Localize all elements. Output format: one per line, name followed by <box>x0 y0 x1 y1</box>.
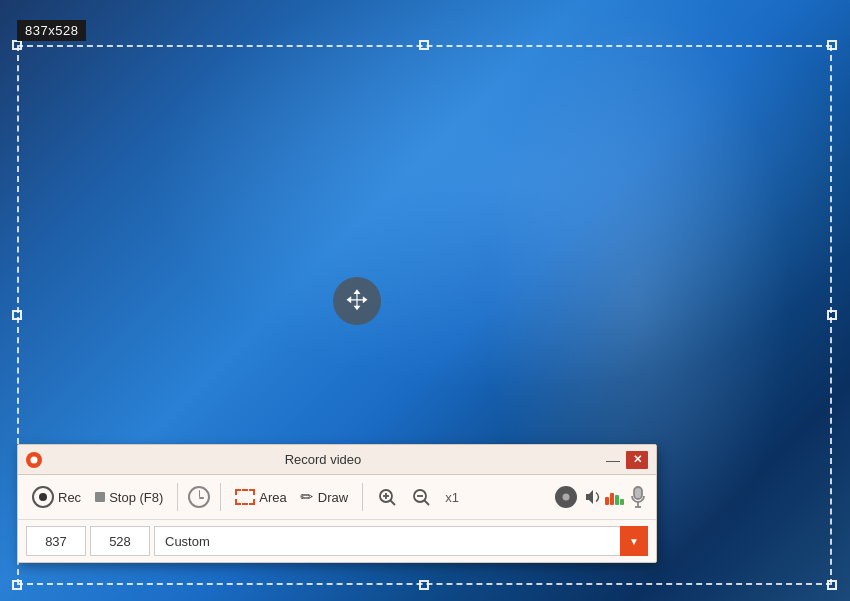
divider-3 <box>362 483 363 511</box>
draw-label: Draw <box>318 490 348 505</box>
preset-select[interactable]: Custom Full Screen 1920x1080 1280x720 80… <box>154 526 648 556</box>
toolbar-controls-row: Rec Stop (F8) Area ✎ Draw <box>18 475 656 520</box>
area-label: Area <box>259 490 286 505</box>
divider-1 <box>177 483 178 511</box>
stop-button[interactable]: Stop (F8) <box>91 488 167 507</box>
audio-disk-button[interactable] <box>555 486 577 508</box>
stop-icon <box>95 492 105 502</box>
dimension-label: 837x528 <box>17 20 86 41</box>
rec-dot <box>39 493 47 501</box>
width-input[interactable] <box>26 526 86 556</box>
draw-button[interactable]: ✎ Draw <box>297 486 352 508</box>
zoom-out-button[interactable] <box>407 485 435 509</box>
timer-button[interactable] <box>188 486 210 508</box>
titlebar-controls: — ✕ <box>604 451 648 469</box>
app-icon <box>26 452 42 468</box>
close-button[interactable]: ✕ <box>626 451 648 469</box>
svg-rect-8 <box>634 487 642 499</box>
svg-point-0 <box>31 456 38 463</box>
area-icon <box>235 489 255 505</box>
pencil-icon: ✎ <box>296 486 318 508</box>
toolbar-title: Record video <box>42 452 604 467</box>
svg-line-2 <box>391 501 396 506</box>
record-toolbar: Record video — ✕ Rec Stop (F8) Area <box>17 444 657 563</box>
rec-icon <box>32 486 54 508</box>
preset-select-wrapper: Custom Full Screen 1920x1080 1280x720 80… <box>154 526 648 556</box>
height-input[interactable] <box>90 526 150 556</box>
volume-bar <box>605 489 624 505</box>
area-button[interactable]: Area <box>231 487 290 507</box>
zoom-level: x1 <box>441 490 463 505</box>
svg-line-6 <box>425 501 430 506</box>
zoom-in-button[interactable] <box>373 485 401 509</box>
rec-button[interactable]: Rec <box>28 484 85 510</box>
minimize-button[interactable]: — <box>604 453 622 467</box>
microphone-button[interactable] <box>630 486 646 508</box>
stop-label: Stop (F8) <box>109 490 163 505</box>
rec-label: Rec <box>58 490 81 505</box>
speaker-button[interactable] <box>583 487 624 507</box>
audio-controls <box>555 486 646 508</box>
divider-2 <box>220 483 221 511</box>
toolbar-titlebar: Record video — ✕ <box>18 445 656 475</box>
toolbar-bottom-row: Custom Full Screen 1920x1080 1280x720 80… <box>18 520 656 562</box>
